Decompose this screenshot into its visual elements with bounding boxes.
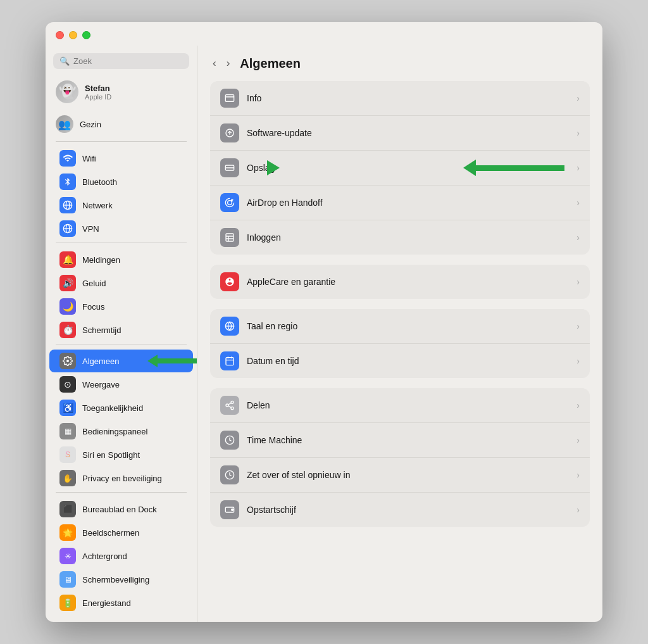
avatar: 👻: [56, 80, 78, 103]
sidebar-section-personal: 🔔 Meldingen 🔊 Geluid 🌙 Focus: [46, 248, 197, 341]
svg-point-6: [66, 360, 69, 362]
sidebar-item-focus-label: Focus: [82, 302, 104, 312]
settings-row-transfer[interactable]: Zet over of stel opnieuw in ›: [210, 457, 590, 492]
main-content: 🔍 👻 Stefan Apple ID 👥 Gezin: [46, 46, 602, 622]
transfer-chevron: ›: [576, 470, 580, 480]
settings-row-delen[interactable]: Delen ›: [210, 388, 590, 422]
sidebar-divider-4: [56, 492, 187, 493]
svg-line-28: [228, 403, 232, 405]
sidebar-item-bluetooth[interactable]: Bluetooth: [49, 170, 193, 193]
settings-row-applecare-label: AppleCare en garantie: [247, 277, 569, 287]
svg-point-32: [232, 509, 234, 511]
sidebar-item-siri[interactable]: S Siri en Spotlight: [49, 443, 193, 466]
settings-row-info-label: Info: [247, 93, 569, 103]
sidebar-item-energiestand[interactable]: 🔋 Energiestand: [49, 591, 193, 614]
inloggen-icon: [220, 228, 239, 247]
sidebar-item-bureaublad[interactable]: ⬛ Bureaublad en Dock: [49, 498, 193, 521]
settings-row-opslag-label: Opslag: [247, 163, 569, 173]
sidebar-item-geluid[interactable]: 🔊 Geluid: [49, 272, 193, 294]
maximize-button[interactable]: [82, 31, 90, 39]
sidebar-item-netwerk[interactable]: Netwerk: [49, 194, 193, 217]
network-icon: [59, 197, 76, 213]
energiestand-icon: 🔋: [59, 595, 76, 611]
settings-row-timemachine[interactable]: Time Machine ›: [210, 422, 590, 457]
user-name: Stefan: [85, 84, 111, 93]
search-input[interactable]: [73, 56, 183, 66]
close-button[interactable]: [56, 31, 64, 39]
sidebar-item-schermbeveiliging-label: Schermbeveiliging: [82, 575, 149, 584]
sidebar-item-algemeen[interactable]: Algemeen: [49, 350, 193, 372]
settings-group-2: AppleCare en garantie ›: [210, 265, 590, 299]
sidebar-item-wifi[interactable]: Wifi: [49, 147, 193, 170]
settings-group-4: Delen › Time Machine › Zet: [210, 388, 590, 527]
siri-icon: S: [59, 446, 76, 463]
sidebar-item-weergave[interactable]: ⊙ Weergave: [49, 373, 193, 396]
sound-icon: 🔊: [59, 275, 76, 291]
sidebar-item-family-label: Gezin: [80, 120, 101, 129]
settings-row-opslag[interactable]: Opslag ›: [210, 150, 590, 185]
sidebar-section-more: ⬛ Bureaublad en Dock 🌟 Beeldschermen ✳ A…: [46, 498, 197, 614]
svg-point-26: [231, 407, 234, 410]
sidebar-user-item[interactable]: 👻 Stefan Apple ID: [46, 77, 197, 107]
nav-back-button[interactable]: ‹: [210, 56, 219, 71]
sidebar-item-meldingen[interactable]: 🔔 Meldingen: [49, 248, 193, 271]
sidebar-item-toegankelijkheid[interactable]: ♿ Toegankelijkheid: [49, 396, 193, 419]
settings-row-opstartschijf[interactable]: Opstartschijf ›: [210, 492, 590, 527]
svg-rect-14: [226, 234, 234, 241]
sidebar-section-network: Wifi Bluetooth Netwerk: [46, 147, 197, 240]
sidebar-item-schermtijd-label: Schermtijd: [82, 325, 121, 335]
settings-list: Info › Software-update ›: [197, 81, 602, 622]
search-bar[interactable]: 🔍: [53, 53, 189, 69]
sidebar-item-schermtijd[interactable]: ⏱️ Schermtijd: [49, 319, 193, 341]
sidebar-item-family[interactable]: 👥 Gezin: [46, 112, 197, 136]
sidebar-item-bedieningspaneel-label: Bedieningspaneel: [82, 427, 147, 436]
info-chevron: ›: [576, 93, 580, 103]
settings-row-taal[interactable]: Taal en regio ›: [210, 309, 590, 343]
settings-row-inloggen-label: Inloggen: [247, 232, 569, 243]
sidebar-item-achtergrond[interactable]: ✳ Achtergrond: [49, 545, 193, 567]
settings-row-inloggen[interactable]: Inloggen ›: [210, 220, 590, 255]
sidebar-section-system: Algemeen ⊙ Weergave ♿: [46, 350, 197, 489]
settings-row-info[interactable]: Info ›: [210, 81, 590, 115]
settings-row-airdrop[interactable]: AirDrop en Handoff ›: [210, 185, 590, 220]
achtergrond-icon: ✳: [59, 548, 76, 564]
settings-row-datum[interactable]: Datum en tijd ›: [210, 343, 590, 378]
minimize-button[interactable]: [69, 31, 77, 39]
sidebar-item-meldingen-label: Meldingen: [82, 255, 120, 265]
delen-chevron: ›: [576, 400, 580, 410]
sidebar-item-geluid-label: Geluid: [82, 279, 106, 288]
toegankelijkheid-icon: ♿: [59, 400, 76, 416]
sidebar-item-beeldschermen[interactable]: 🌟 Beeldschermen: [49, 521, 193, 544]
sidebar-item-schermbeveiliging[interactable]: 🖥 Schermbeveiliging: [49, 568, 193, 591]
sidebar-item-toegankelijkheid-label: Toegankelijkheid: [82, 403, 143, 413]
settings-row-airdrop-label: AirDrop en Handoff: [247, 198, 569, 208]
taal-chevron: ›: [576, 321, 580, 331]
sidebar-item-focus[interactable]: 🌙 Focus: [49, 295, 193, 318]
settings-row-software-update[interactable]: Software-update ›: [210, 115, 590, 150]
svg-rect-7: [225, 95, 234, 102]
screentime-icon: ⏱️: [59, 322, 76, 338]
inloggen-chevron: ›: [576, 232, 580, 243]
sidebar-item-algemeen-label: Algemeen: [82, 357, 120, 366]
beeldschermen-icon: 🌟: [59, 524, 76, 541]
sidebar-item-energiestand-label: Energiestand: [82, 598, 131, 608]
notifications-icon: 🔔: [59, 251, 76, 268]
sidebar-divider-3: [56, 344, 187, 344]
sidebar-item-wifi-label: Wifi: [82, 154, 96, 163]
settings-row-applecare[interactable]: AppleCare en garantie ›: [210, 265, 590, 299]
sidebar-divider-2: [56, 243, 187, 243]
timemachine-chevron: ›: [576, 435, 580, 445]
sidebar-item-vpn[interactable]: VPN: [49, 217, 193, 240]
delen-icon: [220, 396, 239, 415]
datum-chevron: ›: [576, 356, 580, 366]
sidebar-item-weergave-label: Weergave: [82, 380, 120, 389]
info-icon: [220, 89, 239, 108]
svg-line-27: [228, 406, 232, 408]
traffic-lights: [56, 31, 90, 39]
panel-header: ‹ › Algemeen: [197, 46, 602, 81]
svg-rect-20: [226, 358, 234, 365]
weergave-icon: ⊙: [59, 376, 76, 393]
nav-forward-button[interactable]: ›: [224, 56, 233, 71]
sidebar-item-privacy[interactable]: ✋ Privacy en beveiliging: [49, 467, 193, 489]
sidebar-item-bedieningspaneel[interactable]: ▦ Bedieningspaneel: [49, 420, 193, 443]
